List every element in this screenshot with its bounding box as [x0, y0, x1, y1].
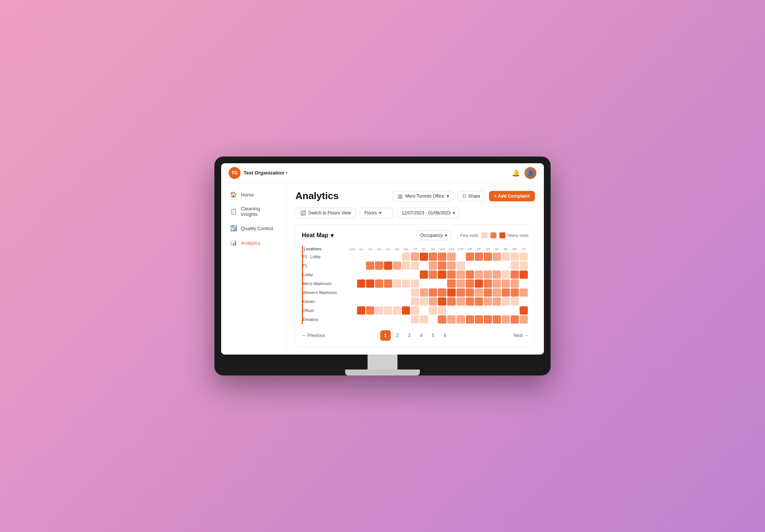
heatmap-cell[interactable]: [375, 253, 383, 261]
building-selector[interactable]: 🏢 Mero Toronto Office ▾: [393, 191, 454, 201]
heatmap-cell[interactable]: [411, 297, 419, 306]
heatmap-cell[interactable]: [447, 288, 456, 297]
page-number-6[interactable]: 6: [440, 330, 450, 341]
heatmap-cell[interactable]: [456, 262, 465, 270]
heatmap-cell[interactable]: [466, 279, 474, 288]
heatmap-cell[interactable]: [466, 315, 474, 324]
heatmap-cell[interactable]: [402, 306, 410, 315]
heatmap-cell[interactable]: [366, 279, 374, 288]
heatmap-cell[interactable]: [484, 270, 492, 279]
heatmap-cell[interactable]: [348, 262, 356, 270]
heatmap-cell[interactable]: [384, 306, 392, 315]
heatmap-cell[interactable]: [375, 306, 383, 315]
heatmap-cell[interactable]: [429, 306, 437, 315]
heatmap-cell[interactable]: [393, 279, 401, 288]
heatmap-cell[interactable]: [475, 253, 483, 261]
heatmap-cell[interactable]: [411, 315, 419, 324]
heatmap-cell[interactable]: [357, 297, 365, 306]
heatmap-cell[interactable]: [466, 297, 474, 306]
heatmap-cell[interactable]: [493, 253, 501, 261]
heatmap-cell[interactable]: [429, 315, 437, 324]
heatmap-cell[interactable]: [475, 315, 483, 324]
heatmap-cell[interactable]: [366, 253, 374, 261]
heatmap-cell[interactable]: [502, 315, 510, 324]
heatmap-cell[interactable]: [520, 279, 528, 288]
heatmap-cell[interactable]: [456, 315, 465, 324]
heatmap-cell[interactable]: [466, 253, 474, 261]
occupancy-dropdown[interactable]: Occupancy ▾: [416, 231, 451, 240]
heatmap-cell[interactable]: [429, 253, 437, 261]
heatmap-cell[interactable]: [429, 297, 437, 306]
heatmap-cell[interactable]: [502, 279, 510, 288]
heatmap-cell[interactable]: [348, 297, 356, 306]
heatmap-cell[interactable]: [420, 315, 428, 324]
heatmap-cell[interactable]: [420, 279, 428, 288]
heatmap-cell[interactable]: [447, 270, 456, 279]
heatmap-cell[interactable]: [520, 315, 528, 324]
heatmap-cell[interactable]: [493, 279, 501, 288]
heatmap-cell[interactable]: [456, 279, 465, 288]
heatmap-cell[interactable]: [366, 288, 374, 297]
heatmap-cell[interactable]: [393, 253, 401, 261]
heatmap-cell[interactable]: [520, 297, 528, 306]
heatmap-cell[interactable]: [438, 270, 446, 279]
heatmap-cell[interactable]: [484, 288, 492, 297]
prev-button[interactable]: ← Previous: [302, 333, 325, 338]
heatmap-cell[interactable]: [366, 306, 374, 315]
heatmap-cell[interactable]: [384, 288, 392, 297]
share-button[interactable]: ⟨⟩ Share: [458, 191, 485, 201]
heatmap-cell[interactable]: [411, 270, 419, 279]
heatmap-cell[interactable]: [438, 262, 446, 270]
heatmap-cell[interactable]: [456, 288, 465, 297]
heatmap-cell[interactable]: [502, 262, 510, 270]
heatmap-cell[interactable]: [438, 288, 446, 297]
heatmap-cell[interactable]: [384, 279, 392, 288]
heatmap-cell[interactable]: [493, 297, 501, 306]
page-number-5[interactable]: 5: [428, 330, 439, 341]
sidebar-item-analytics[interactable]: 📊 Analytics: [224, 236, 283, 250]
heatmap-cell[interactable]: [475, 270, 483, 279]
org-name-wrapper[interactable]: Test Organization ▾: [244, 170, 288, 176]
heatmap-cell[interactable]: [502, 306, 510, 315]
heatmap-cell[interactable]: [375, 297, 383, 306]
heatmap-cell[interactable]: [375, 270, 383, 279]
heatmap-cell[interactable]: [366, 297, 374, 306]
heatmap-cell[interactable]: [348, 315, 356, 324]
add-complaint-button[interactable]: + Add Complaint: [489, 191, 535, 201]
heatmap-cell[interactable]: [348, 279, 356, 288]
heatmap-cell[interactable]: [348, 270, 356, 279]
heatmap-cell[interactable]: [384, 270, 392, 279]
heatmap-cell[interactable]: [447, 253, 456, 261]
heatmap-cell[interactable]: [393, 270, 401, 279]
sidebar-item-quality[interactable]: ☑️ Quality Control: [224, 221, 283, 235]
heatmap-cell[interactable]: [384, 297, 392, 306]
heatmap-cell[interactable]: [456, 297, 465, 306]
heatmap-cell[interactable]: [384, 315, 392, 324]
heatmap-cell[interactable]: [366, 270, 374, 279]
heatmap-cell[interactable]: [357, 288, 365, 297]
heatmap-cell[interactable]: [411, 253, 419, 261]
floors-dropdown[interactable]: Floors ▾: [360, 208, 393, 218]
heatmap-cell[interactable]: [438, 306, 446, 315]
heatmap-cell[interactable]: [520, 253, 528, 261]
heatmap-cell[interactable]: [466, 262, 474, 270]
heatmap-cell[interactable]: [420, 262, 428, 270]
heatmap-cell[interactable]: [420, 288, 428, 297]
heatmap-cell[interactable]: [475, 262, 483, 270]
heatmap-cell[interactable]: [484, 297, 492, 306]
avatar[interactable]: 👤: [524, 167, 536, 179]
heatmap-cell[interactable]: [475, 297, 483, 306]
heatmap-cell[interactable]: [420, 306, 428, 315]
heatmap-cell[interactable]: [375, 315, 383, 324]
page-number-3[interactable]: 3: [404, 330, 415, 341]
heatmap-title-button[interactable]: Heat Map ▾: [302, 232, 334, 239]
heatmap-cell[interactable]: [502, 270, 510, 279]
heatmap-cell[interactable]: [447, 315, 456, 324]
heatmap-cell[interactable]: [511, 279, 519, 288]
heatmap-cell[interactable]: [484, 253, 492, 261]
heatmap-cell[interactable]: [348, 306, 356, 315]
heatmap-cell[interactable]: [466, 306, 474, 315]
heatmap-cell[interactable]: [456, 270, 465, 279]
heatmap-cell[interactable]: [502, 253, 510, 261]
heatmap-cell[interactable]: [438, 297, 446, 306]
